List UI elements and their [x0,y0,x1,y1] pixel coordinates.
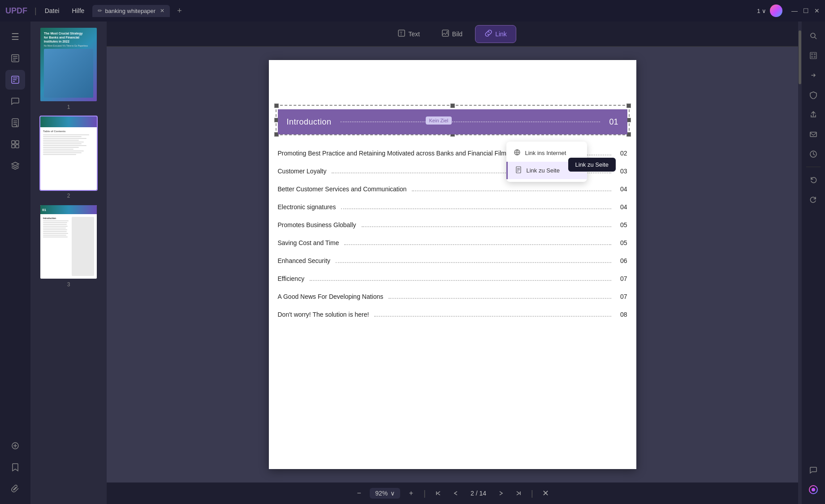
intro-header: Introduction 01 [278,109,627,134]
page-nav[interactable]: 1 ∨ [757,8,766,14]
toc-num-2: 03 [617,168,627,175]
sidebar-organize-icon[interactable] [5,134,25,154]
link-tool-button[interactable]: Link [475,25,516,43]
tab-close-button[interactable]: ✕ [160,8,164,14]
scroll-strip[interactable] [798,22,802,504]
toc-label-5: Promotes Business Globally [278,221,356,228]
close-button[interactable]: ✕ [814,7,820,14]
clock-icon[interactable] [804,145,822,163]
undo-icon[interactable] [804,171,822,189]
comment-bubble-icon[interactable] [804,461,822,479]
tab-edit-icon: ✏ [98,8,102,14]
nav-prev-button[interactable] [449,486,463,500]
toc-label-7: Enhanced Security [278,257,331,264]
pdf-page: Introduction 01 Kein Ziel Promoting Best… [269,60,636,469]
active-tab[interactable]: ✏ banking whitepaper ✕ [92,5,170,17]
mail-icon[interactable] [804,125,822,143]
svg-rect-33 [811,53,813,55]
toc-entry-9: A Good News For Developing Nations 07 [278,288,627,306]
window-controls: — ☐ ✕ [791,7,820,14]
toc-dots-4 [341,208,611,209]
ocr-icon[interactable] [804,47,822,65]
nav-last-button[interactable] [511,486,526,500]
sidebar-annotate-icon[interactable] [5,70,25,90]
thumbnail-3[interactable]: 01 Introduction [39,204,98,288]
intro-num: 01 [609,117,618,127]
close-toolbar-button[interactable]: ✕ [539,486,553,500]
search-icon[interactable] [804,27,822,45]
toc-dots-8 [310,280,611,281]
brand-icon[interactable] [804,481,822,499]
thumb1-num: 1 [67,104,70,110]
minimize-button[interactable]: — [791,7,798,14]
add-tab-button[interactable]: + [173,6,186,16]
scroll-thumb[interactable] [799,30,801,84]
sidebar-comment-icon[interactable] [5,91,25,111]
toc-num-1: 02 [617,150,627,157]
image-tool-button[interactable]: Bild [432,26,471,43]
sidebar-pages-icon[interactable]: ☰ [5,27,25,47]
right-sidebar [802,22,825,504]
convert-icon[interactable] [804,66,822,84]
zoom-out-button[interactable]: − [352,486,366,500]
kein-ziel-badge: Kein Ziel [426,116,452,125]
thumbnail-2[interactable]: Table of Contents [39,116,98,199]
svg-rect-35 [811,56,813,58]
thumb1-title: The Most Crucial Strategyfor Banks and F… [44,31,93,43]
zoom-chevron-icon: ∨ [390,490,395,497]
main-layout: ☰ [0,22,825,504]
total-pages: 14 [479,490,486,497]
text-tool-button[interactable]: T Text [389,26,429,43]
toc-label-1: Promoting Best Practice and Retaining Mo… [278,150,510,157]
zoom-display[interactable]: 92% ∨ [370,488,400,499]
sidebar-bookmark-icon[interactable] [5,457,25,477]
link-tool-label: Link [495,30,507,38]
toc-num-9: 07 [617,293,627,300]
toc-label-9: A Good News For Developing Nations [278,293,384,300]
svg-text:T: T [400,31,402,36]
toc-dots-6 [344,244,611,245]
menu-datei[interactable]: Datei [40,5,64,16]
toc-label-3: Better Customer Services and Communicati… [278,185,407,193]
share-icon[interactable] [804,106,822,124]
toc-num-3: 04 [617,185,627,193]
zoom-sep: | [423,489,426,498]
nav-next-button[interactable] [493,486,508,500]
zoom-in-button[interactable]: + [404,486,418,500]
handle-tc[interactable] [450,103,455,108]
top-toolbar: T Text Bild [107,22,798,47]
svg-point-22 [446,31,448,32]
thumbnail-1[interactable]: The Most Crucial Strategyfor Banks and F… [39,27,98,110]
thumbnail-panel: The Most Crucial Strategyfor Banks and F… [30,22,107,504]
sidebar-layers2-icon[interactable] [5,436,25,456]
redo-icon[interactable] [804,190,822,208]
user-avatar[interactable] [770,4,782,17]
sidebar-layers-icon[interactable] [5,156,25,176]
svg-rect-12 [12,141,15,144]
nav-first-icon [435,490,442,497]
svg-rect-37 [810,132,816,137]
intro-dots [341,121,600,122]
sidebar-extract-icon[interactable] [5,113,25,133]
maximize-button[interactable]: ☐ [803,7,809,14]
nav-first-button[interactable] [431,486,445,500]
zoom-plus-icon: + [409,489,413,497]
toc-dots-5 [362,226,611,227]
toc-label-8: Efficiency [278,275,305,282]
sidebar-attachment-icon[interactable] [5,479,25,499]
handle-tr[interactable] [626,103,631,108]
toc-num-8: 07 [617,275,627,282]
svg-rect-15 [16,145,19,148]
thumb1-sub: No More Excuses! It's Time to Go Paperle… [44,44,93,47]
zoom-minus-icon: − [357,489,361,497]
toc-num-6: 05 [617,239,627,246]
protect-icon[interactable] [804,86,822,104]
content-area: T Text Bild [107,22,798,504]
menu-hilfe[interactable]: Hilfe [67,5,89,16]
nav-prev-icon [453,490,460,497]
pdf-view-area[interactable]: Introduction 01 Kein Ziel Promoting Best… [107,47,798,482]
sidebar-edittext-icon[interactable] [5,48,25,68]
handle-tl[interactable] [274,103,279,108]
toc-entry-6: Saving Cost and Time 05 [278,234,627,252]
toc-entry-8: Efficiency 07 [278,270,627,288]
